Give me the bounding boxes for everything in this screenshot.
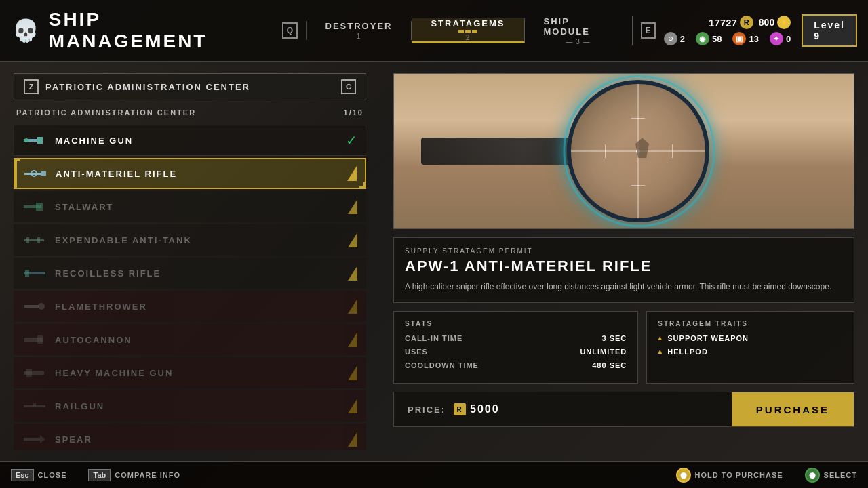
svg-rect-1 — [37, 137, 43, 144]
resource-row-2: ⊙ 2 ◉ 58 ▣ 13 ✦ 0 — [664, 32, 791, 45]
compare-label: COMPARE INFO — [115, 471, 180, 479]
svg-rect-20 — [33, 403, 36, 406]
check-icon: ✓ — [346, 132, 357, 148]
item-name-amr: ANTI-MATERIEL RIFLE — [56, 169, 347, 179]
page-title: SHIP MANAGEMENT — [49, 9, 248, 52]
item-name-spear: SPEAR — [55, 434, 348, 445]
trait-bullet — [658, 336, 662, 340]
close-label: CLOSE — [38, 471, 67, 479]
list-item[interactable]: MACHINE GUN ✓ — [14, 125, 366, 156]
svg-rect-10 — [37, 237, 40, 243]
resource-4: ▣ 13 — [732, 32, 758, 45]
g-icon: ◉ — [696, 32, 709, 45]
tab-destroyer[interactable]: DESTROYER 1 — [306, 21, 412, 40]
trait-name-hellpod: HELLPOD — [667, 348, 708, 356]
tab-stratagems[interactable]: STRATAGEMS 2 — [412, 18, 524, 43]
tab-ship-module[interactable]: SHIP MODULE — 3 — — [525, 16, 633, 45]
tab-key-e: E — [641, 22, 656, 39]
tab-stratagems-num: 2 — [466, 34, 471, 41]
footer-select: ⬤ SELECT — [805, 468, 857, 483]
lock-triangle-autocannon — [348, 332, 357, 347]
lock-triangle-spear — [348, 432, 357, 447]
list-item[interactable]: HEAVY MACHINE GUN — [14, 357, 366, 388]
svg-rect-13 — [24, 305, 39, 308]
main-content: Z PATRIOTIC ADMINISTRATION CENTER C PATR… — [0, 62, 868, 461]
level-badge: Level 9 — [802, 14, 857, 47]
resource-2: ⊙ 2 — [664, 32, 685, 45]
list-item[interactable]: FLAMETHROWER — [14, 291, 366, 322]
tab-destroyer-label: DESTROYER — [326, 21, 393, 31]
list-item[interactable]: RECOILLESS RIFLE — [14, 258, 366, 289]
resource-3: ◉ 58 — [696, 32, 722, 45]
item-icon-eat — [22, 232, 47, 248]
price-value: R 5000 — [454, 403, 500, 415]
item-icon-spear — [22, 431, 47, 447]
svg-rect-16 — [37, 336, 43, 344]
circle-select-icon: ⬤ — [805, 468, 820, 483]
tab-key-q: Q — [282, 22, 297, 39]
weapon-desc-section: SUPPLY STRATAGEM PERMIT APW-1 ANTI-MATER… — [393, 237, 854, 303]
tab-ship-module-num: — 3 — — [566, 38, 590, 45]
r5-amount: 0 — [786, 34, 791, 44]
footer: Esc CLOSE Tab COMPARE INFO ⬤ HOLD TO PUR… — [0, 461, 868, 488]
lock-triangle-hmg — [348, 365, 357, 380]
svg-rect-12 — [25, 270, 29, 277]
list-item[interactable]: AUTOCANNON — [14, 324, 366, 355]
r4-amount: 13 — [749, 34, 758, 44]
list-item[interactable]: STALWART — [14, 191, 366, 222]
select-label: SELECT — [824, 471, 857, 479]
orange-icon: ▣ — [732, 32, 746, 45]
category-header: Z PATRIOTIC ADMINISTRATION CENTER C — [14, 73, 366, 100]
list-item[interactable]: EXPENDABLE ANTI-TANK — [14, 224, 366, 256]
permit-label: SUPPLY STRATAGEM PERMIT — [405, 247, 843, 255]
medals-resource: 800 ⚡ — [759, 16, 791, 29]
traits-box: STRATAGEM TRAITS SUPPORT WEAPON HELLPOD — [646, 311, 854, 384]
item-name-eat: EXPENDABLE ANTI-TANK — [55, 235, 348, 245]
footer-close: Esc CLOSE — [11, 469, 66, 481]
hold-purchase-label: HOLD TO PURCHASE — [695, 471, 783, 479]
clock-icon: ⊙ — [664, 32, 677, 45]
cat-key-c: C — [341, 79, 356, 94]
credits-resource: 17727 R — [709, 16, 753, 29]
item-name-mg: MACHINE GUN — [55, 136, 346, 146]
tab-stratagems-label: STRATAGEMS — [431, 18, 505, 28]
section-label: PATRIOTIC ADMINISTRATION CENTER 1/10 — [14, 108, 366, 117]
section-title: PATRIOTIC ADMINISTRATION CENTER — [16, 108, 196, 117]
item-icon-flamethrower — [22, 298, 47, 314]
traits-title: STRATAGEM TRAITS — [658, 320, 843, 327]
price-amount: 5000 — [470, 403, 500, 415]
lock-triangle-stalwart — [348, 199, 357, 214]
item-name-autocannon: AUTOCANNON — [55, 335, 348, 345]
weapon-image — [393, 73, 854, 229]
item-list: MACHINE GUN ✓ ANTI-MATERIEL RIFLE STAL — [14, 125, 366, 450]
list-item[interactable]: RAILGUN — [14, 390, 366, 422]
esc-key: Esc — [11, 469, 34, 481]
purchase-button[interactable]: PURCHASE — [732, 392, 854, 426]
trait-bullet-2 — [658, 350, 662, 354]
stats-box: STATS CALL-IN TIME 3 SEC USES UNLIMITED … — [393, 311, 638, 384]
list-item[interactable]: ANTI-MATERIEL RIFLE — [14, 158, 366, 189]
item-icon-stalwart — [22, 199, 47, 215]
weapon-description: A high-caliber sniper rifle effective ov… — [405, 281, 843, 293]
svg-rect-9 — [26, 237, 29, 243]
tab-stripes — [458, 30, 477, 33]
corner-decoration-br — [359, 182, 365, 188]
stats-title: STATS — [405, 320, 627, 327]
stat-row-cooldown: COOLDOWN TIME 480 SEC — [405, 361, 627, 369]
stat-label-callin: CALL-IN TIME — [405, 334, 462, 342]
item-name-railgun: RAILGUN — [55, 401, 348, 411]
item-name-hmg: HEAVY MACHINE GUN — [55, 368, 348, 378]
header: 💀 SHIP MANAGEMENT Q DESTROYER 1 STRATAGE… — [0, 0, 868, 62]
svg-rect-5 — [41, 171, 46, 176]
credits-amount: 17727 — [709, 17, 737, 28]
r3-amount: 58 — [712, 34, 722, 44]
stat-value-callin: 3 SEC — [601, 334, 627, 342]
item-name-stalwart: STALWART — [55, 202, 348, 212]
list-item[interactable]: SPEAR — [14, 424, 366, 450]
left-panel: Z PATRIOTIC ADMINISTRATION CENTER C PATR… — [0, 62, 380, 461]
tab-key-footer: Tab — [88, 469, 111, 481]
medals-amount: 800 — [759, 17, 774, 28]
tab-ship-module-label: SHIP MODULE — [544, 16, 613, 37]
stat-label-cooldown: COOLDOWN TIME — [405, 361, 479, 369]
section-count: 1/10 — [344, 108, 363, 117]
